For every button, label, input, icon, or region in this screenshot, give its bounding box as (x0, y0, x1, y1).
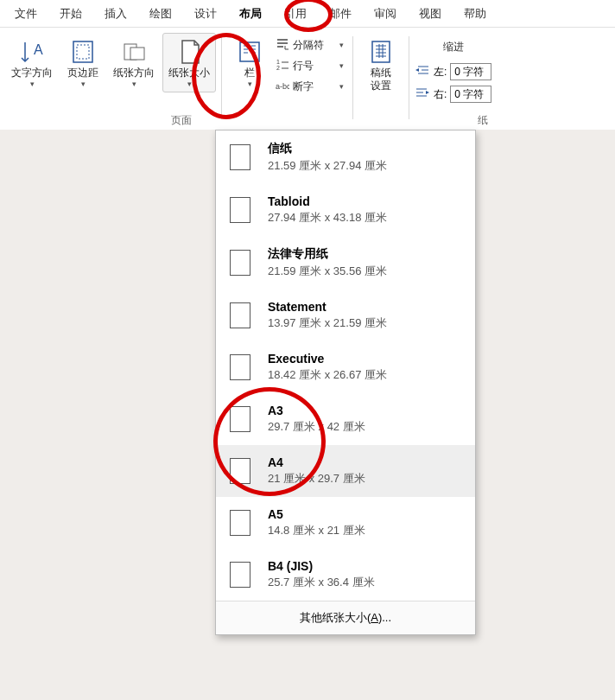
paper-size-button[interactable]: 纸张大小 ▾ (162, 33, 216, 92)
menu-item-help[interactable]: 帮助 (453, 1, 498, 27)
paper-size-name: Tabloid (268, 194, 387, 208)
svg-text:A: A (34, 42, 43, 57)
page-icon (230, 144, 250, 170)
indent-left-icon (415, 65, 430, 80)
paper-size-option[interactable]: Tabloid27.94 厘米 x 43.18 厘米 (216, 184, 475, 236)
text-direction-button[interactable]: A 文字方向 ▾ (5, 33, 59, 92)
paper-size-option[interactable]: 法律专用纸21.59 厘米 x 35.56 厘米 (216, 236, 475, 290)
menu-item-file[interactable]: 文件 (3, 1, 48, 27)
margins-icon (70, 37, 96, 67)
indent-left-label: 左: (434, 65, 447, 80)
menu-item-draw[interactable]: 绘图 (138, 1, 183, 27)
breaks-icon (276, 37, 289, 54)
paper-size-dropdown: 信纸21.59 厘米 x 27.94 厘米Tabloid27.94 厘米 x 4… (215, 130, 476, 635)
line-numbers-button[interactable]: 12 行号 ▾ (272, 55, 347, 76)
paper-size-name: A5 (268, 507, 365, 521)
paper-size-option[interactable]: A421 厘米 x 29.7 厘米 (216, 445, 475, 497)
page-icon (230, 406, 250, 432)
paper-size-option[interactable]: Executive18.42 厘米 x 26.67 厘米 (216, 341, 475, 393)
paper-size-option[interactable]: B4 (JIS)25.7 厘米 x 36.4 厘米 (216, 549, 475, 601)
paper-size-dims: 21.59 厘米 x 27.94 厘米 (268, 158, 387, 174)
paper-size-dims: 27.94 厘米 x 43.18 厘米 (268, 210, 387, 226)
hyphenation-button[interactable]: a-bc 断字 ▾ (272, 76, 347, 97)
margins-button[interactable]: 页边距 ▾ (60, 33, 105, 92)
indent-right-label: 右: (434, 87, 447, 102)
page-icon (230, 250, 250, 276)
paper-size-option[interactable]: A514.8 厘米 x 21 厘米 (216, 497, 475, 549)
paper-size-dims: 14.8 厘米 x 21 厘米 (268, 523, 365, 538)
paper-size-dims: 13.97 厘米 x 21.59 厘米 (268, 315, 387, 331)
page-icon (230, 510, 250, 536)
ribbon-layout: A 文字方向 ▾ 页边距 ▾ 纸张方向 ▾ (0, 28, 615, 130)
paper-size-dims: 29.7 厘米 x 42 厘米 (268, 419, 365, 435)
menu-item-insert[interactable]: 插入 (93, 1, 138, 27)
breaks-button[interactable]: 分隔符 ▾ (272, 35, 347, 55)
paper-size-list[interactable]: 信纸21.59 厘米 x 27.94 厘米Tabloid27.94 厘米 x 4… (216, 130, 475, 601)
manuscript-button[interactable]: 稿纸 设置 (358, 33, 403, 95)
paper-size-dims: 21.59 厘米 x 35.56 厘米 (268, 264, 387, 279)
paper-size-option[interactable]: A329.7 厘米 x 42 厘米 (216, 393, 475, 445)
manuscript-icon (369, 37, 393, 67)
indent-left-input[interactable] (450, 63, 491, 80)
menu-item-review[interactable]: 审阅 (363, 1, 408, 27)
indent-header: 缩进 (415, 40, 491, 58)
hyphenation-icon: a-bc (276, 79, 289, 95)
menu-item-references[interactable]: 引用 (273, 1, 318, 27)
paper-size-option[interactable]: Statement13.97 厘米 x 21.59 厘米 (216, 290, 475, 341)
paper-size-dims: 21 厘米 x 29.7 厘米 (268, 471, 365, 487)
chevron-down-icon: ▾ (339, 41, 344, 49)
menu-item-mailings[interactable]: 邮件 (318, 1, 363, 27)
paper-size-dims: 25.7 厘米 x 36.4 厘米 (268, 575, 375, 590)
chevron-down-icon: ▾ (339, 82, 344, 91)
orientation-icon (121, 37, 147, 67)
svg-text:1: 1 (276, 59, 280, 65)
paper-size-name: Executive (268, 352, 387, 366)
page-icon (230, 197, 250, 223)
svg-text:2: 2 (276, 65, 280, 71)
menu-item-view[interactable]: 视图 (408, 1, 453, 27)
paper-size-icon (176, 37, 202, 67)
ribbon-separator (409, 36, 409, 119)
ribbon-group-label-paper: 纸 (478, 113, 488, 128)
page-icon (230, 458, 250, 484)
columns-button[interactable]: 栏 ▾ (227, 33, 272, 92)
paper-size-name: 法律专用纸 (268, 246, 387, 262)
svg-text:a-: a- (276, 82, 282, 91)
paper-size-dims: 18.42 厘米 x 26.67 厘米 (268, 367, 387, 383)
text-direction-icon: A (18, 37, 46, 67)
columns-icon (238, 37, 262, 67)
menu-item-design[interactable]: 设计 (183, 1, 228, 27)
svg-rect-6 (240, 42, 259, 61)
svg-rect-5 (130, 48, 144, 60)
indent-right-input[interactable] (450, 86, 491, 103)
page-icon (230, 562, 250, 588)
chevron-down-icon: ▾ (30, 80, 35, 90)
svg-rect-3 (77, 45, 89, 59)
menu-bar: 文件 开始 插入 绘图 设计 布局 引用 邮件 审阅 视图 帮助 (0, 0, 615, 28)
svg-rect-19 (372, 41, 390, 62)
chevron-down-icon: ▾ (248, 80, 252, 90)
indent-right-icon (415, 87, 430, 102)
page-icon (230, 354, 250, 380)
menu-item-home[interactable]: 开始 (48, 1, 93, 27)
chevron-down-icon: ▾ (81, 80, 86, 90)
ribbon-separator (221, 36, 222, 119)
ribbon-group-label-page-setup: 页面 (171, 113, 192, 128)
svg-text:bc: bc (282, 82, 289, 91)
more-paper-sizes-label: 其他纸张大小( (300, 611, 371, 624)
paper-size-name: A4 (268, 455, 365, 469)
paper-size-name: B4 (JIS) (268, 559, 375, 573)
paper-size-name: Statement (268, 300, 387, 314)
orientation-button[interactable]: 纸张方向 ▾ (107, 33, 161, 92)
chevron-down-icon: ▾ (132, 80, 136, 90)
paper-size-name: 信纸 (268, 141, 387, 156)
menu-item-layout[interactable]: 布局 (228, 1, 273, 27)
line-numbers-icon: 12 (276, 58, 289, 74)
chevron-down-icon: ▾ (187, 80, 192, 90)
page-icon (230, 302, 250, 328)
paper-size-option[interactable]: 信纸21.59 厘米 x 27.94 厘米 (216, 130, 475, 184)
ribbon-separator (352, 36, 353, 119)
paper-size-name: A3 (268, 404, 365, 417)
chevron-down-icon: ▾ (339, 61, 344, 70)
more-paper-sizes-item[interactable]: 其他纸张大小(A)... (216, 601, 475, 634)
